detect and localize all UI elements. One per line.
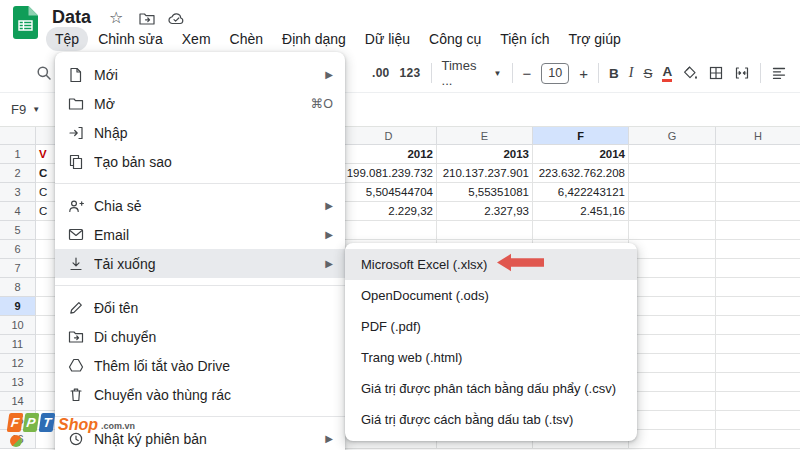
cell-E1[interactable]: 2013: [437, 145, 533, 164]
row-header-13[interactable]: 13: [0, 373, 36, 392]
cell-G10[interactable]: [629, 316, 716, 335]
merge-cells-button[interactable]: [734, 65, 750, 81]
menu-item-download[interactable]: Tải xuống ▶: [55, 249, 345, 278]
menu-chen[interactable]: Chèn: [221, 27, 272, 51]
menu-chinh-sua[interactable]: Chỉnh sửa: [89, 27, 172, 51]
row-header-1[interactable]: 1: [0, 145, 36, 164]
menu-item-import[interactable]: Nhập: [55, 118, 345, 147]
cell-G11[interactable]: [629, 335, 716, 354]
menu-dinh-dang[interactable]: Định dạng: [273, 27, 355, 51]
cell-G14[interactable]: [629, 392, 716, 411]
menu-du-lieu[interactable]: Dữ liệu: [356, 27, 419, 51]
cell-G16[interactable]: [629, 430, 716, 449]
search-icon[interactable]: [36, 65, 52, 81]
column-header-D[interactable]: D: [341, 127, 437, 145]
menu-item-new[interactable]: Mới ▶: [55, 60, 345, 89]
cell-G4[interactable]: [629, 202, 716, 221]
cell-H7[interactable]: [716, 259, 800, 278]
submenu-item-html[interactable]: Trang web (.html): [345, 342, 637, 373]
row-header-8[interactable]: 8: [0, 278, 36, 297]
cell-E3[interactable]: 5,55351081: [437, 183, 533, 202]
italic-button[interactable]: I: [629, 65, 634, 81]
column-header-E[interactable]: E: [437, 127, 533, 145]
strikethrough-button[interactable]: S: [643, 66, 652, 81]
cell-G2[interactable]: [629, 164, 716, 183]
menu-item-share[interactable]: Chia sẻ ▶: [55, 191, 345, 220]
select-all-corner[interactable]: [0, 127, 36, 145]
cell-D2[interactable]: 199.081.239.732: [341, 164, 437, 183]
menu-item-add-shortcut-drive[interactable]: Thêm lối tắt vào Drive: [55, 351, 345, 380]
name-box[interactable]: F9 ▼: [11, 102, 40, 117]
cell-E5[interactable]: [437, 221, 533, 240]
cell-D1[interactable]: 2012: [341, 145, 437, 164]
cell-G9[interactable]: [629, 297, 716, 316]
menu-xem[interactable]: Xem: [173, 27, 220, 51]
cell-H13[interactable]: [716, 373, 800, 392]
cell-G7[interactable]: [629, 259, 716, 278]
row-header-6[interactable]: 6: [0, 240, 36, 259]
cell-G3[interactable]: [629, 183, 716, 202]
cell-G12[interactable]: [629, 354, 716, 373]
cell-G6[interactable]: [629, 240, 716, 259]
cell-G13[interactable]: [629, 373, 716, 392]
menu-item-rename[interactable]: Đổi tên: [55, 293, 345, 322]
horizontal-align-button[interactable]: [771, 65, 787, 81]
cell-D5[interactable]: [341, 221, 437, 240]
row-header-7[interactable]: 7: [0, 259, 36, 278]
cell-F5[interactable]: [533, 221, 629, 240]
row-header-12[interactable]: 12: [0, 354, 36, 373]
cell-F1[interactable]: 2014: [533, 145, 629, 164]
menu-item-email[interactable]: Email ▶: [55, 220, 345, 249]
font-size-input[interactable]: 10: [541, 63, 569, 84]
cloud-status-icon[interactable]: [168, 12, 185, 25]
cell-H6[interactable]: [716, 240, 800, 259]
borders-button[interactable]: [708, 65, 724, 81]
cell-F3[interactable]: 6,422243121: [533, 183, 629, 202]
menu-item-move-to-trash[interactable]: Chuyển vào thùng rác: [55, 380, 345, 409]
cell-G1[interactable]: [629, 145, 716, 164]
submenu-item-xlsx[interactable]: Microsoft Excel (.xlsx): [345, 249, 637, 280]
cell-E2[interactable]: 210.137.237.901: [437, 164, 533, 183]
submenu-item-csv[interactable]: Giá trị được phân tách bằng dấu phẩy (.c…: [345, 373, 637, 404]
submenu-item-tsv[interactable]: Giá trị được cách bằng dấu tab (.tsv): [345, 404, 637, 435]
row-header-10[interactable]: 10: [0, 316, 36, 335]
bold-button[interactable]: B: [609, 66, 619, 81]
row-header-11[interactable]: 11: [0, 335, 36, 354]
row-header-14[interactable]: 14: [0, 392, 36, 411]
menu-tep[interactable]: Tệp: [46, 27, 88, 51]
cell-G8[interactable]: [629, 278, 716, 297]
cell-H10[interactable]: [716, 316, 800, 335]
cell-H4[interactable]: [716, 202, 800, 221]
increase-decimal-button[interactable]: .00: [372, 66, 390, 80]
menu-cong-cu[interactable]: Công cụ: [420, 27, 490, 51]
more-formats-button[interactable]: 123: [400, 66, 421, 80]
cell-G5[interactable]: [629, 221, 716, 240]
menu-tro-giup[interactable]: Trợ giúp: [559, 27, 629, 51]
submenu-item-pdf[interactable]: PDF (.pdf): [345, 311, 637, 342]
row-header-2[interactable]: 2: [0, 164, 36, 183]
cell-H9[interactable]: [716, 297, 800, 316]
fill-color-button[interactable]: [682, 65, 698, 81]
row-header-4[interactable]: 4: [0, 202, 36, 221]
row-header-5[interactable]: 5: [0, 221, 36, 240]
column-header-G[interactable]: G: [629, 127, 716, 145]
sheets-logo-icon[interactable]: [13, 6, 38, 39]
column-header-H[interactable]: H: [716, 127, 800, 145]
decrease-font-size-button[interactable]: −: [523, 65, 532, 82]
cell-F4[interactable]: 2.451,16: [533, 202, 629, 221]
row-header-9[interactable]: 9: [0, 297, 36, 316]
cell-H11[interactable]: [716, 335, 800, 354]
cell-H8[interactable]: [716, 278, 800, 297]
row-header-3[interactable]: 3: [0, 183, 36, 202]
submenu-item-ods[interactable]: OpenDocument (.ods): [345, 280, 637, 311]
cell-H3[interactable]: [716, 183, 800, 202]
increase-font-size-button[interactable]: +: [579, 65, 588, 82]
text-color-button[interactable]: A: [662, 65, 672, 82]
cell-H2[interactable]: [716, 164, 800, 183]
cell-H12[interactable]: [716, 354, 800, 373]
cell-E4[interactable]: 2.327,93: [437, 202, 533, 221]
cell-H14[interactable]: [716, 392, 800, 411]
document-title[interactable]: Data: [52, 7, 91, 28]
cell-H15[interactable]: [716, 411, 800, 430]
cell-D3[interactable]: 5,504544704: [341, 183, 437, 202]
